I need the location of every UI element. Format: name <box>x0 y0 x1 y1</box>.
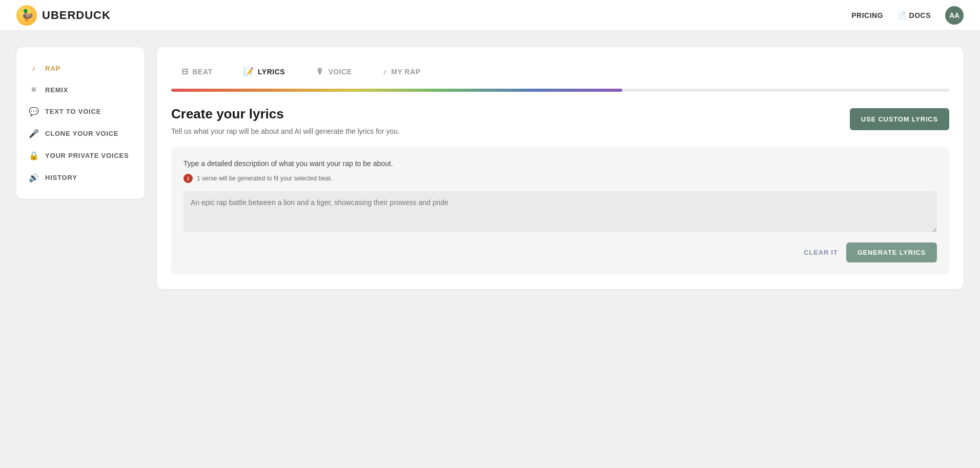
speaker-icon: 🔊 <box>29 173 39 182</box>
remix-icon: ≡ <box>29 85 39 94</box>
tab-beat[interactable]: ⊟ BEAT <box>171 62 233 82</box>
header-nav: PRICING 📄 DOCS AA <box>851 6 964 25</box>
voice-icon: 🎙 <box>316 67 324 76</box>
tab-my-rap[interactable]: ♪ MY RAP <box>373 62 441 82</box>
microphone-icon: 🎤 <box>29 129 39 138</box>
use-custom-lyrics-button[interactable]: USE CUSTOM LYRICS <box>850 108 949 130</box>
sidebar-item-private-voices[interactable]: 🔒 YOUR PRIVATE VOICES <box>16 145 145 167</box>
beat-icon: ⊟ <box>181 67 189 76</box>
header: 🦆 UBERDUCK PRICING 📄 DOCS AA <box>0 0 980 31</box>
lyrics-header: Create your lyrics Tell us what your rap… <box>171 106 949 137</box>
my-rap-icon: ♪ <box>383 67 387 76</box>
tabs: ⊟ BEAT 📝 LYRICS 🎙 VOICE ♪ MY RAP <box>171 62 949 82</box>
sidebar-item-text-to-voice[interactable]: 💬 TEXT TO VOICE <box>16 100 145 123</box>
main-container: ♪ RAP ≡ REMIX 💬 TEXT TO VOICE 🎤 CLONE YO… <box>0 31 980 306</box>
lyrics-icon: 📝 <box>243 67 254 76</box>
info-icon: i <box>183 174 193 183</box>
textarea-description: Type a detailed description of what you … <box>183 159 937 168</box>
progress-bar-fill <box>171 89 622 92</box>
textarea-actions: CLEAR IT GENERATE LYRICS <box>183 242 937 262</box>
sidebar-item-remix[interactable]: ≡ REMIX <box>16 79 145 100</box>
docs-nav-item[interactable]: 📄 DOCS <box>897 11 931 19</box>
lyrics-title-group: Create your lyrics Tell us what your rap… <box>171 106 400 137</box>
logo-duck-icon: 🦆 <box>16 5 37 26</box>
sidebar-item-rap[interactable]: ♪ RAP <box>16 57 145 79</box>
content-panel: ⊟ BEAT 📝 LYRICS 🎙 VOICE ♪ MY RAP Create <box>157 47 964 289</box>
progress-bar-container <box>171 89 949 92</box>
docs-icon: 📄 <box>897 11 907 19</box>
sidebar-item-clone-your-voice[interactable]: 🎤 CLONE YOUR VOICE <box>16 123 145 145</box>
info-banner: i 1 verse will be generated to fit your … <box>183 174 937 183</box>
pricing-nav-item[interactable]: PRICING <box>851 11 883 19</box>
tab-voice[interactable]: 🎙 VOICE <box>305 62 373 82</box>
logo-title: UBERDUCK <box>42 9 111 22</box>
sidebar-item-history[interactable]: 🔊 HISTORY <box>16 167 145 189</box>
user-avatar[interactable]: AA <box>945 6 964 25</box>
logo[interactable]: 🦆 UBERDUCK <box>16 5 111 26</box>
lyrics-title: Create your lyrics <box>171 106 400 122</box>
generate-lyrics-button[interactable]: GENERATE LYRICS <box>846 242 937 262</box>
lyrics-textarea[interactable] <box>183 191 937 232</box>
info-text: 1 verse will be generated to fit your se… <box>197 175 332 182</box>
chat-icon: 💬 <box>29 107 39 116</box>
clear-button[interactable]: CLEAR IT <box>804 249 838 256</box>
sidebar: ♪ RAP ≡ REMIX 💬 TEXT TO VOICE 🎤 CLONE YO… <box>16 47 145 199</box>
music-note-icon: ♪ <box>29 64 39 73</box>
tab-lyrics[interactable]: 📝 LYRICS <box>233 62 306 82</box>
lyrics-textarea-section: Type a detailed description of what you … <box>171 147 949 275</box>
lyrics-subtitle: Tell us what your rap will be about and … <box>171 126 400 137</box>
lock-icon: 🔒 <box>29 151 39 160</box>
